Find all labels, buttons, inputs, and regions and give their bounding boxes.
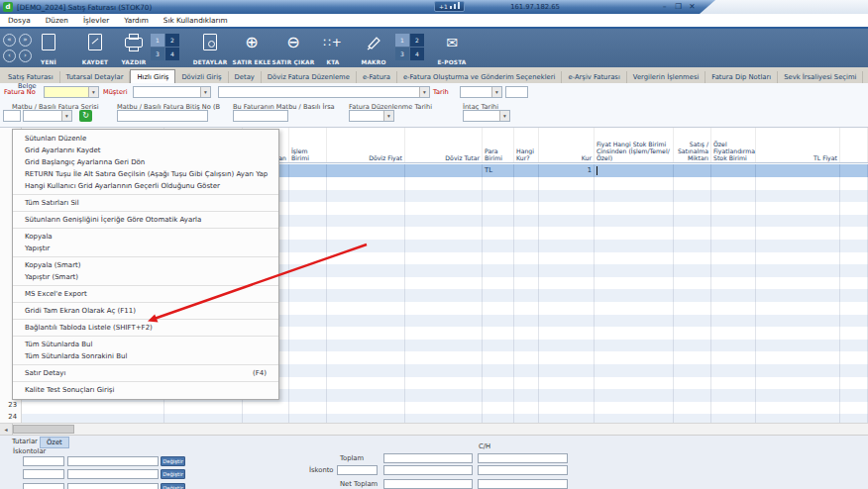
kta-button[interactable]: ∷+ KTA bbox=[319, 32, 347, 65]
refresh-icon[interactable]: ↻ bbox=[79, 110, 92, 122]
change-discount-button[interactable]: Değiştir bbox=[161, 456, 185, 466]
grid-cell[interactable]: TL bbox=[483, 164, 514, 177]
document-tab[interactable]: Siparişlerden Seçim bbox=[863, 71, 868, 83]
grid-cell[interactable] bbox=[595, 164, 674, 177]
context-menu-item[interactable]: Hangi Kullanıcı Grid Ayarlarının Geçerli… bbox=[13, 180, 278, 192]
grid-column-header[interactable]: Para Birimi bbox=[483, 128, 514, 162]
details-button[interactable]: DETAYLAR bbox=[190, 32, 230, 65]
macro-slot-cell[interactable]: 2 bbox=[410, 34, 424, 47]
document-tab[interactable]: e-Fatura bbox=[357, 71, 397, 83]
grid-column-header[interactable]: Fiyat Hangi Stok Birimi Cinsinden (İşlem… bbox=[595, 128, 674, 162]
fatura-no-combo[interactable] bbox=[44, 86, 99, 98]
iskonto-value-input[interactable] bbox=[383, 465, 473, 475]
nav-arrow-button[interactable]: › bbox=[19, 49, 32, 62]
tarih-combo[interactable] bbox=[460, 86, 502, 98]
close-button[interactable]: ✕ bbox=[686, 1, 699, 12]
document-tab[interactable]: Vergilerin İşlenmesi bbox=[627, 71, 706, 83]
musteri-name-combo[interactable] bbox=[218, 86, 430, 98]
document-tab[interactable]: Fatura Dip Notları bbox=[705, 71, 778, 83]
copy-count-cell[interactable]: 1 bbox=[151, 34, 164, 47]
context-menu-item[interactable]: Kalite Test Sonuçları Girişi bbox=[13, 381, 278, 396]
menubar-item[interactable]: Sık Kullandıklarım bbox=[163, 16, 228, 25]
musteri-code-combo[interactable] bbox=[133, 86, 211, 98]
horizontal-scrollbar[interactable]: ◂ bbox=[0, 423, 868, 435]
context-menu-item[interactable]: Gridi Tam Ekran Olarak Aç (F11) bbox=[13, 302, 278, 317]
print-button[interactable]: YAZDIR bbox=[117, 32, 151, 65]
context-menu-item[interactable]: Kopyala (Smart) bbox=[13, 256, 278, 271]
net-toplam-value-input[interactable] bbox=[383, 479, 473, 489]
menubar-item[interactable]: Yardım bbox=[124, 16, 149, 25]
macro-slot-cell[interactable]: 4 bbox=[410, 48, 424, 60]
copy-count-cell[interactable]: 4 bbox=[165, 48, 179, 60]
grid-cell[interactable] bbox=[514, 164, 539, 177]
toplam-ch-input[interactable] bbox=[478, 453, 568, 463]
change-discount-button[interactable]: Değiştir bbox=[161, 469, 185, 479]
grid-column-header[interactable] bbox=[840, 128, 868, 162]
discount-desc-input[interactable] bbox=[67, 483, 159, 489]
tarih-time-input[interactable] bbox=[505, 86, 528, 98]
grid-column-header[interactable]: TL Fiyat bbox=[756, 128, 840, 162]
context-menu-item[interactable]: Tüm Satırları Sil bbox=[13, 194, 278, 209]
email-button[interactable]: ✉ E-POSTA bbox=[434, 32, 470, 65]
grid-cell[interactable] bbox=[327, 164, 405, 177]
context-menu-item[interactable]: Grid Başlangıç Ayarlarına Geri Dön bbox=[13, 156, 278, 168]
menubar-item[interactable]: Düzen bbox=[46, 16, 68, 25]
document-tab[interactable]: e-Fatura Oluşturma ve Gönderim Seçenekle… bbox=[397, 71, 563, 83]
context-menu-item[interactable]: Yapıştır (Smart) bbox=[13, 271, 278, 283]
duzenlenme-combo[interactable] bbox=[349, 110, 394, 122]
discount-rate-input[interactable] bbox=[23, 469, 64, 479]
context-menu-item[interactable]: Kopyala bbox=[13, 228, 278, 243]
grid-cell[interactable] bbox=[840, 164, 868, 177]
grid-column-header[interactable]: Döviz Fiyat bbox=[327, 128, 405, 162]
intac-combo[interactable] bbox=[463, 110, 510, 122]
grid-column-header[interactable]: Kur bbox=[539, 128, 595, 162]
discount-rate-input[interactable] bbox=[23, 483, 64, 489]
context-menu-item[interactable]: Sütunları Düzenle bbox=[13, 133, 278, 145]
context-menu-item[interactable]: Grid Ayarlarını Kaydet bbox=[13, 145, 278, 156]
context-menu-item[interactable]: Yapıştır bbox=[13, 243, 278, 254]
context-menu-item[interactable]: Sütunların Genişliğini İçeriğe Göre Otom… bbox=[13, 211, 278, 226]
nav-arrow-button[interactable]: ‹ bbox=[3, 49, 16, 62]
save-button[interactable]: KAYDET bbox=[77, 32, 113, 65]
macro-slot-cell[interactable]: 1 bbox=[395, 34, 409, 47]
new-button[interactable]: YENİ bbox=[34, 32, 63, 65]
grid-cell[interactable] bbox=[674, 164, 711, 177]
matbu-seri-input[interactable] bbox=[3, 110, 21, 122]
restore-button[interactable]: ❐ bbox=[672, 1, 685, 12]
nav-arrow-button[interactable]: « bbox=[3, 34, 16, 47]
grid-cell[interactable] bbox=[756, 164, 840, 177]
context-menu-item[interactable]: Bağlantılı Tabloda Listele (SHIFT+F2) bbox=[13, 319, 278, 334]
context-menu-item[interactable]: Tüm Sütunlarda Sonrakini Bul bbox=[13, 350, 278, 362]
grid-cell[interactable] bbox=[405, 164, 483, 177]
context-menu-item[interactable]: RETURN Tuşu İle Alt Satıra Geçilsin (Aşa… bbox=[13, 168, 278, 180]
grid-cell[interactable] bbox=[289, 164, 327, 177]
iskonto-rate-input[interactable] bbox=[337, 465, 378, 475]
discount-rate-input[interactable] bbox=[23, 456, 64, 466]
macro-button[interactable]: MAKRO bbox=[357, 32, 390, 65]
add-row-button[interactable]: ⊕ SATIR EKLE bbox=[232, 32, 271, 65]
copy-count-cell[interactable]: 3 bbox=[151, 48, 164, 60]
net-toplam-ch-input[interactable] bbox=[478, 479, 568, 489]
iskonto-ch-input[interactable] bbox=[478, 465, 568, 475]
document-tab[interactable]: Sevk İrsaliyesi Seçimi bbox=[778, 71, 863, 83]
discount-desc-input[interactable] bbox=[67, 456, 159, 466]
remove-row-button[interactable]: ⊖ SATIR ÇIKAR bbox=[272, 32, 314, 65]
grid-column-header[interactable]: İşlem Birimi bbox=[289, 128, 327, 162]
menubar-item[interactable]: İşlevler bbox=[83, 16, 109, 25]
document-tab[interactable]: Dövizli Giriş bbox=[175, 71, 228, 83]
change-discount-button[interactable]: Değiştir bbox=[161, 483, 185, 489]
document-tab[interactable]: Hızlı Giriş bbox=[130, 69, 175, 83]
document-tab[interactable]: Döviz Fatura Düzenleme bbox=[262, 71, 357, 83]
copy-count-cell[interactable]: 2 bbox=[165, 34, 179, 47]
matbu-bitis-input[interactable] bbox=[117, 110, 208, 122]
document-tab[interactable]: e-Arşiv Faturası bbox=[562, 71, 626, 83]
grid-cell[interactable] bbox=[711, 164, 756, 177]
grid-column-header[interactable]: Özel Fiyatlandırma Stok Birimi bbox=[711, 128, 756, 162]
grid-column-header[interactable]: Hangi Kur? bbox=[514, 128, 539, 162]
toplam-value-input[interactable] bbox=[383, 453, 473, 463]
context-menu-item[interactable]: MS Excel'e Export bbox=[13, 285, 278, 300]
grid-column-header[interactable]: Satış / Satınalma Miktarı bbox=[674, 128, 711, 162]
document-tab[interactable]: Detay bbox=[229, 71, 262, 83]
grid-column-header[interactable]: Döviz Tutar bbox=[405, 128, 483, 162]
grid-cell[interactable]: 1 bbox=[539, 164, 595, 177]
